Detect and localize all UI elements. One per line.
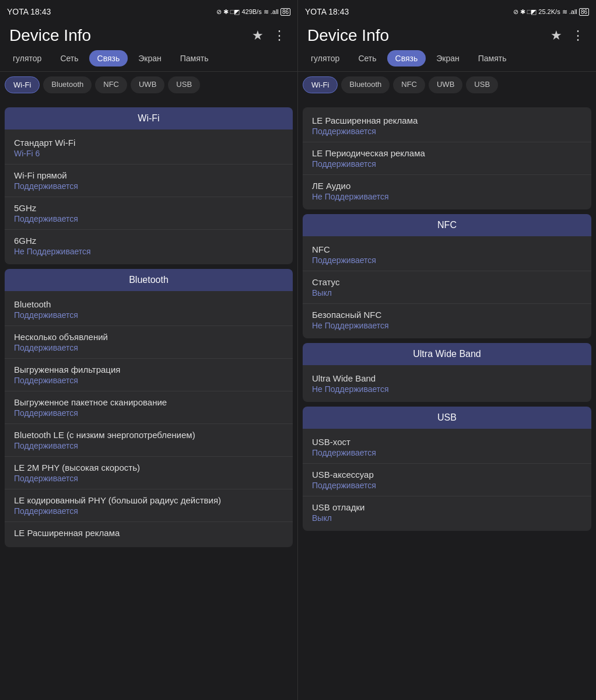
tab-memory-right[interactable]: Память xyxy=(470,50,515,66)
section-body-bluetooth: Bluetooth Поддерживается Несколько объяв… xyxy=(5,291,293,547)
value-nfc-status: Выкл xyxy=(312,288,582,298)
status-icons-symbols: ⊘ ✱ □◩ 429B/s ≋ .all 86 xyxy=(216,8,290,16)
status-bar-right: YOTA 18:43 ⊘ ✱ □◩ 25.2K/s ≋ .all 86 xyxy=(298,0,596,21)
label-le-coded: LE кодированный PHY (большой радиус дейс… xyxy=(14,495,283,505)
tab-network-right[interactable]: Сеть xyxy=(350,50,384,66)
section-header-wifi: Wi-Fi xyxy=(5,107,293,130)
tab-screen-left[interactable]: Экран xyxy=(130,50,170,66)
value-6ghz: Не Поддерживается xyxy=(14,247,283,256)
row-wifi-direct: Wi-Fi прямой Поддерживается xyxy=(5,164,293,197)
value-ble: Поддерживается xyxy=(14,441,283,450)
more-button-right[interactable]: ⋮ xyxy=(569,26,587,46)
status-bar-left: YOTA 18:43 ⊘ ✱ □◩ 429B/s ≋ .all 86 xyxy=(0,0,297,21)
subtab-usb-left[interactable]: USB xyxy=(168,76,200,93)
value-uwb: Не Поддерживается xyxy=(312,384,582,394)
label-le2m: LE 2M PHY (высокая скорость) xyxy=(14,463,283,473)
row-offloaded-scan: Выгруженное пакетное сканирование Поддер… xyxy=(5,391,293,424)
row-nfc: NFC Поддерживается xyxy=(303,239,591,271)
status-time-right: YOTA 18:43 xyxy=(305,7,349,16)
header-right: Device Info ★ ⋮ xyxy=(298,21,596,50)
value-le-audio: Не Поддерживается xyxy=(312,192,582,201)
sub-tabs-right: Wi-Fi Bluetooth NFC UWB USB xyxy=(298,72,596,98)
label-le-periodic: LE Периодическая реклама xyxy=(312,148,582,158)
label-wifi-direct: Wi-Fi прямой xyxy=(14,170,283,180)
label-le-ext-adv: LE Расширенная реклама xyxy=(14,528,283,538)
row-le-ext-adv: LE Расширенная реклама xyxy=(5,522,293,545)
section-body-usb: USB-хост Поддерживается USB-аксессуар По… xyxy=(303,429,591,531)
tab-connection-right[interactable]: Связь xyxy=(387,50,426,66)
nav-tabs-left: гулятор Сеть Связь Экран Память xyxy=(0,50,297,72)
label-5ghz: 5GHz xyxy=(14,203,283,213)
subtab-nfc-right[interactable]: NFC xyxy=(393,76,425,93)
star-button-right[interactable]: ★ xyxy=(548,26,565,46)
subtab-uwb-right[interactable]: UWB xyxy=(429,76,462,93)
row-nfc-status: Статус Выкл xyxy=(303,271,591,304)
sub-tabs-left: Wi-Fi Bluetooth NFC UWB USB xyxy=(0,72,297,98)
label-bluetooth: Bluetooth xyxy=(14,299,283,309)
row-6ghz: 6GHz Не Поддерживается xyxy=(5,230,293,262)
tab-memory-left[interactable]: Память xyxy=(172,50,217,66)
section-title-usb: USB xyxy=(437,412,457,422)
header-left: Device Info ★ ⋮ xyxy=(0,21,297,50)
subtab-bluetooth-right[interactable]: Bluetooth xyxy=(341,76,390,93)
row-le-periodic: LE Периодическая реклама Поддерживается xyxy=(303,142,591,175)
section-body-bt-cont: LE Расширенная реклама Поддерживается LE… xyxy=(303,107,591,209)
subtab-bluetooth-left[interactable]: Bluetooth xyxy=(43,76,92,93)
value-offloaded-filter: Поддерживается xyxy=(14,376,283,385)
value-bluetooth: Поддерживается xyxy=(14,310,283,320)
value-secure-nfc: Не Поддерживается xyxy=(312,321,582,330)
value-nfc: Поддерживается xyxy=(312,256,582,265)
subtab-wifi-right[interactable]: Wi-Fi xyxy=(303,76,338,93)
status-time-left: YOTA 18:43 xyxy=(7,7,51,16)
star-button-left[interactable]: ★ xyxy=(250,26,266,46)
app-title-right: Device Info xyxy=(307,26,389,45)
section-title-nfc: NFC xyxy=(437,220,457,230)
panel-left: YOTA 18:43 ⊘ ✱ □◩ 429B/s ≋ .all 86 Devic… xyxy=(0,0,298,700)
label-6ghz: 6GHz xyxy=(14,236,283,246)
row-le2m: LE 2M PHY (высокая скорость) Поддерживае… xyxy=(5,457,293,489)
row-le-audio: ЛЕ Аудио Не Поддерживается xyxy=(303,175,591,207)
content-right: LE Расширенная реклама Поддерживается LE… xyxy=(298,98,596,700)
tab-network-left[interactable]: Сеть xyxy=(52,50,86,66)
value-multiple-ads: Поддерживается xyxy=(14,343,283,352)
section-title-bluetooth: Bluetooth xyxy=(129,275,169,285)
more-button-left[interactable]: ⋮ xyxy=(271,26,288,46)
app-title-left: Device Info xyxy=(9,26,91,45)
row-wifi-standard: Стандарт Wi-Fi Wi-Fi 6 xyxy=(5,132,293,164)
label-le-audio: ЛЕ Аудио xyxy=(312,181,582,191)
tab-screen-right[interactable]: Экран xyxy=(428,50,468,66)
section-header-bluetooth: Bluetooth xyxy=(5,269,293,291)
value-le-ext-adv-right: Поддерживается xyxy=(312,127,582,136)
subtab-nfc-left[interactable]: NFC xyxy=(95,76,127,93)
section-header-uwb: Ultra Wide Band xyxy=(303,343,591,365)
nav-tabs-right: гулятор Сеть Связь Экран Память xyxy=(298,50,596,72)
value-wifi-standard: Wi-Fi 6 xyxy=(14,149,283,158)
label-le-ext-adv-right: LE Расширенная реклама xyxy=(312,116,582,125)
tab-regulator-right[interactable]: гулятор xyxy=(303,50,348,66)
row-ble: Bluetooth LE (с низким энергопотребление… xyxy=(5,424,293,457)
value-le-coded: Поддерживается xyxy=(14,506,283,516)
label-usb-host: USB-хост xyxy=(312,437,582,447)
label-nfc-status: Статус xyxy=(312,277,582,287)
label-multiple-ads: Несколько объявлений xyxy=(14,332,283,342)
label-ble: Bluetooth LE (с низким энергопотребление… xyxy=(14,430,283,440)
label-secure-nfc: Безопасный NFC xyxy=(312,310,582,320)
tab-regulator-left[interactable]: гулятор xyxy=(5,50,50,66)
subtab-usb-right[interactable]: USB xyxy=(466,76,498,93)
label-wifi-standard: Стандарт Wi-Fi xyxy=(14,138,283,148)
section-body-wifi: Стандарт Wi-Fi Wi-Fi 6 Wi-Fi прямой Подд… xyxy=(5,130,293,264)
row-usb-host: USB-хост Поддерживается xyxy=(303,431,591,464)
tab-connection-left[interactable]: Связь xyxy=(89,50,128,66)
row-offloaded-filter: Выгруженная фильтрация Поддерживается xyxy=(5,359,293,391)
section-body-nfc: NFC Поддерживается Статус Выкл Безопасны… xyxy=(303,236,591,338)
content-left: Wi-Fi Стандарт Wi-Fi Wi-Fi 6 Wi-Fi прямо… xyxy=(0,98,297,700)
subtab-wifi-left[interactable]: Wi-Fi xyxy=(5,76,40,93)
panel-right: YOTA 18:43 ⊘ ✱ □◩ 25.2K/s ≋ .all 86 Devi… xyxy=(298,0,596,700)
row-multiple-ads: Несколько объявлений Поддерживается xyxy=(5,326,293,359)
row-secure-nfc: Безопасный NFC Не Поддерживается xyxy=(303,304,591,336)
value-5ghz: Поддерживается xyxy=(14,214,283,223)
subtab-uwb-left[interactable]: UWB xyxy=(131,76,164,93)
row-usb-debug: USB отладки Выкл xyxy=(303,496,591,528)
row-usb-accessory: USB-аксессуар Поддерживается xyxy=(303,464,591,496)
row-le-coded: LE кодированный PHY (большой радиус дейс… xyxy=(5,489,293,522)
